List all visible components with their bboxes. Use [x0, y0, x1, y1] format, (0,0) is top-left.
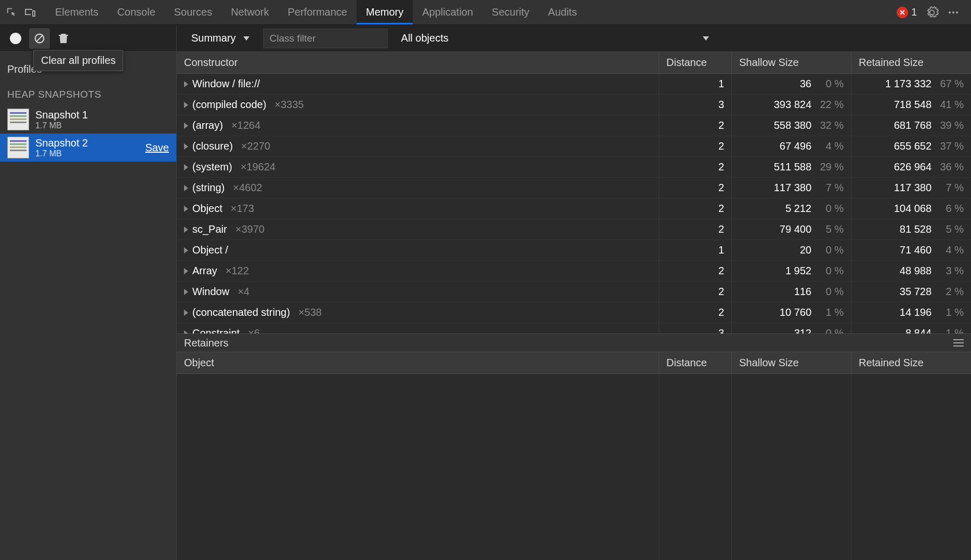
retainers-empty	[177, 374, 971, 560]
cell-shallow: 511 58829 %	[732, 157, 851, 177]
record-button[interactable]	[5, 28, 26, 49]
scope-select[interactable]: All objects	[394, 29, 716, 48]
delete-button[interactable]	[53, 28, 74, 49]
snapshot-item[interactable]: Snapshot 21.7 MBSave	[0, 134, 176, 162]
main-content: Profiles HEAP SNAPSHOTS Snapshot 11.7 MB…	[0, 52, 971, 560]
constructor-count: ×3970	[235, 223, 265, 235]
cell-distance: 1	[659, 240, 732, 260]
svg-line-4	[37, 35, 43, 41]
cell-retained: 71 4604 %	[851, 240, 971, 260]
view-mode-select[interactable]: Summary	[184, 29, 257, 48]
expand-icon[interactable]	[184, 268, 188, 274]
table-row[interactable]: (compiled code)×33353393 82422 %718 5484…	[177, 95, 971, 115]
hamburger-icon[interactable]	[953, 338, 964, 348]
cell-shallow: 79 4005 %	[732, 219, 851, 239]
expand-icon[interactable]	[184, 310, 188, 316]
tab-security[interactable]: Security	[482, 0, 539, 24]
error-count: 1	[911, 6, 917, 18]
chevron-down-icon	[243, 36, 250, 41]
expand-icon[interactable]	[184, 143, 188, 150]
expand-icon[interactable]	[184, 123, 188, 129]
settings-icon[interactable]	[925, 6, 939, 19]
header-object[interactable]: Object	[177, 352, 659, 374]
tab-memory[interactable]: Memory	[357, 0, 413, 24]
cell-shallow: 1160 %	[732, 282, 851, 302]
expand-icon[interactable]	[184, 185, 188, 191]
svg-rect-5	[953, 339, 964, 340]
cell-distance: 3	[659, 95, 732, 115]
tab-sources[interactable]: Sources	[165, 0, 221, 24]
header-distance[interactable]: Distance	[659, 352, 732, 374]
table-row[interactable]: Window / file://1360 %1 173 33267 %	[177, 74, 971, 95]
table-row[interactable]: Constraint×633120 %8 8441 %	[177, 323, 971, 334]
table-row[interactable]: sc_Pair×3970279 4005 %81 5285 %	[177, 219, 971, 240]
error-badge[interactable]: ✕ 1	[897, 6, 917, 18]
table-row[interactable]: Object /1200 %71 4604 %	[177, 240, 971, 261]
cell-retained: 8 8441 %	[851, 323, 971, 334]
cell-retained: 48 9883 %	[851, 261, 971, 281]
cell-shallow: 200 %	[732, 240, 851, 260]
header-shallow[interactable]: Shallow Size	[732, 52, 851, 73]
constructor-count: ×1264	[231, 119, 260, 131]
clear-profiles-button[interactable]	[29, 28, 50, 49]
cell-distance: 2	[659, 136, 732, 156]
constructor-name: Constraint	[192, 327, 240, 334]
header-distance[interactable]: Distance	[659, 52, 732, 73]
more-icon[interactable]	[947, 6, 960, 19]
table-row[interactable]: (system)×196242511 58829 %626 96436 %	[177, 157, 971, 178]
device-toolbar-icon[interactable]	[21, 3, 40, 22]
cell-distance: 2	[659, 157, 732, 177]
svg-point-0	[949, 11, 951, 14]
header-shallow[interactable]: Shallow Size	[732, 352, 851, 374]
inspect-element-icon[interactable]	[2, 3, 21, 22]
header-retained[interactable]: Retained Size	[851, 352, 971, 374]
constructor-name: Window / file://	[192, 78, 260, 90]
table-row[interactable]: (string)×46022117 3807 %117 3807 %	[177, 178, 971, 198]
constructor-count: ×4	[238, 286, 250, 298]
expand-icon[interactable]	[184, 226, 188, 233]
constructor-name: Object /	[192, 244, 228, 256]
expand-icon[interactable]	[184, 102, 188, 108]
table-row[interactable]: (array)×12642558 38032 %681 76839 %	[177, 115, 971, 136]
table-row[interactable]: Array×12221 9520 %48 9883 %	[177, 261, 971, 282]
cell-retained: 117 3807 %	[851, 178, 971, 198]
devtools-tabbar: ElementsConsoleSourcesNetworkPerformance…	[0, 0, 971, 25]
constructor-name: (closure)	[192, 140, 233, 152]
tab-network[interactable]: Network	[221, 0, 278, 24]
constructor-count: ×3335	[274, 99, 304, 111]
tab-audits[interactable]: Audits	[539, 0, 586, 24]
cell-shallow: 67 4964 %	[732, 136, 851, 156]
expand-icon[interactable]	[184, 206, 188, 212]
svg-point-2	[956, 11, 958, 14]
expand-icon[interactable]	[184, 81, 188, 87]
expand-icon[interactable]	[184, 247, 188, 254]
tab-application[interactable]: Application	[413, 0, 482, 24]
save-link[interactable]: Save	[145, 142, 169, 154]
error-icon: ✕	[897, 7, 908, 18]
table-body[interactable]: Window / file://1360 %1 173 33267 %(comp…	[177, 74, 971, 334]
header-constructor[interactable]: Constructor	[177, 52, 659, 73]
table-row[interactable]: (concatenated string)×538210 7601 %14 19…	[177, 302, 971, 323]
cell-retained: 655 65237 %	[851, 136, 971, 156]
tab-elements[interactable]: Elements	[46, 0, 108, 24]
cell-shallow: 3120 %	[732, 323, 851, 334]
snapshot-item[interactable]: Snapshot 11.7 MB	[0, 105, 176, 134]
memory-toolbar: Summary All objects	[0, 25, 971, 52]
constructor-name: (string)	[192, 182, 225, 194]
view-mode-label: Summary	[191, 32, 236, 44]
retainers-title: Retainers	[184, 337, 229, 349]
class-filter-input[interactable]	[263, 29, 388, 48]
table-row[interactable]: (closure)×2270267 4964 %655 65237 %	[177, 136, 971, 157]
tab-performance[interactable]: Performance	[279, 0, 357, 24]
table-row[interactable]: Window×421160 %35 7282 %	[177, 282, 971, 302]
cell-distance: 2	[659, 261, 732, 281]
cell-retained: 1 173 33267 %	[851, 74, 971, 94]
table-row[interactable]: Object×17325 2120 %104 0686 %	[177, 198, 971, 219]
tab-console[interactable]: Console	[108, 0, 164, 24]
expand-icon[interactable]	[184, 289, 188, 295]
header-retained[interactable]: Retained Size	[851, 52, 971, 73]
cell-retained: 681 76839 %	[851, 115, 971, 136]
cell-shallow: 117 3807 %	[732, 178, 851, 198]
cell-shallow: 1 9520 %	[732, 261, 851, 281]
expand-icon[interactable]	[184, 164, 188, 170]
